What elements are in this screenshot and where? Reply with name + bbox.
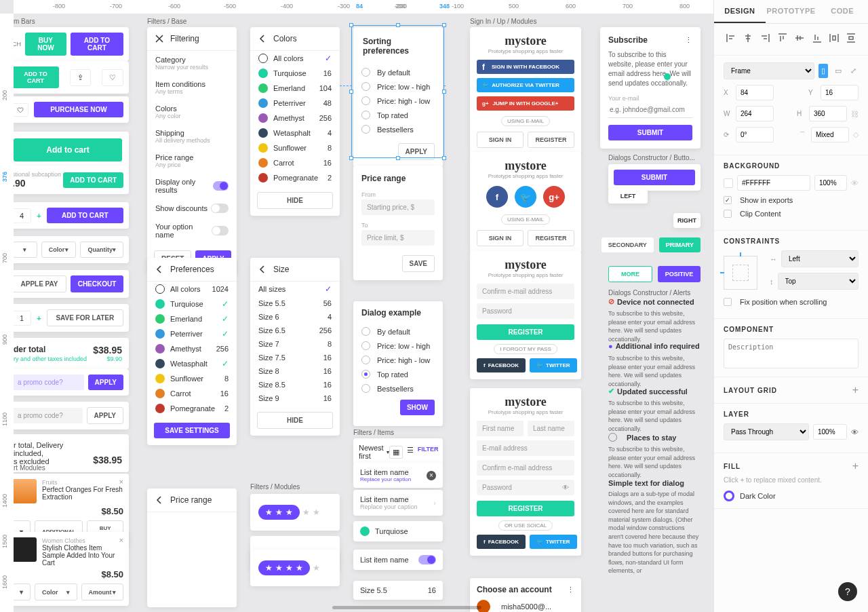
submit-button[interactable]: SUBMIT (614, 170, 695, 185)
confirm-email-input[interactable]: Confirm e-mail address (477, 284, 574, 299)
confirm-email-input[interactable]: Confirm e-mail address (477, 460, 574, 476)
google-signin-button[interactable]: g+JUMP IN WITH GOOGLE+ (477, 96, 574, 111)
facebook-button[interactable]: fFACEBOOK (477, 535, 526, 549)
lock-icon[interactable]: ⛓ (851, 110, 859, 118)
resize-to-fit-icon[interactable]: ⤢ (848, 64, 859, 77)
promo-input[interactable]: a promo code? (12, 375, 84, 390)
eye-icon[interactable]: 👁 (851, 428, 859, 436)
right-button[interactable]: RIGHT (673, 213, 701, 228)
close-icon[interactable] (155, 35, 163, 43)
toggle[interactable] (418, 555, 436, 565)
color-swatch[interactable] (724, 178, 733, 188)
twitter-button[interactable]: 🐦TWITTER (530, 535, 577, 549)
email-input[interactable] (608, 102, 692, 118)
plus-icon[interactable]: + (852, 460, 859, 472)
password-input[interactable]: Password (477, 303, 574, 319)
align-top-icon[interactable] (775, 31, 789, 45)
twitter-signin-button[interactable]: 🐦AUTHORIZE VIA TWITTER (477, 78, 574, 92)
color-select[interactable]: Color ▾ (35, 584, 77, 600)
close-icon[interactable]: × (427, 471, 436, 480)
close-icon[interactable]: × (119, 536, 123, 544)
w-input[interactable] (736, 106, 774, 121)
register-button[interactable]: REGISTER (477, 501, 574, 516)
heart-icon[interactable]: ♡ (102, 69, 123, 86)
constraints-widget[interactable] (724, 256, 757, 290)
align-hcenter-icon[interactable] (741, 31, 755, 45)
plus-icon[interactable]: + (37, 212, 41, 220)
save-settings-button[interactable]: SAVE SETTINGS (154, 423, 230, 438)
twitter-button[interactable]: 🐦TWITTER (530, 358, 577, 372)
left-button[interactable]: LEFT (608, 189, 648, 204)
add-to-cart-button[interactable]: ADD TO CART (47, 208, 123, 223)
color-select[interactable]: Color ▾ (41, 242, 77, 258)
fill-swatch-icon[interactable] (724, 491, 734, 501)
tab-design[interactable]: DESIGN (714, 0, 766, 23)
lastname-input[interactable]: Last name (528, 421, 574, 436)
frame-select[interactable]: Frame (724, 62, 814, 79)
align-left-icon[interactable] (724, 31, 738, 45)
facebook-signin-button[interactable]: fSIGN IN WITH FACEBOOK (477, 60, 574, 74)
close-icon[interactable]: × (119, 478, 123, 486)
signin-button[interactable]: SIGN IN (477, 230, 524, 246)
back-icon[interactable] (155, 265, 163, 273)
secondary-button[interactable]: SECONDARY (601, 237, 654, 252)
add-to-cart-button[interactable]: ADD TO CART (12, 66, 59, 88)
email-input[interactable]: E-mail address (477, 440, 574, 456)
from-input[interactable]: Starting price, $ (361, 199, 435, 215)
x-input[interactable] (736, 85, 774, 100)
layer-opacity-input[interactable] (813, 424, 847, 440)
filter-link[interactable]: FILTER (418, 446, 439, 459)
frame-landscape-icon[interactable]: ▭ (832, 64, 844, 78)
facebook-icon[interactable]: f (486, 186, 508, 208)
constraint-h-select[interactable]: Left (781, 250, 859, 267)
back-icon[interactable] (258, 35, 267, 43)
buy-now-button[interactable]: BUY NOW (25, 33, 66, 56)
hide-button[interactable]: HIDE (257, 412, 333, 429)
checkout-button[interactable]: CHECKOUT (71, 275, 123, 292)
quantity-select[interactable]: Quantity ▾ (80, 242, 123, 258)
twitter-icon[interactable]: 🐦 (515, 186, 536, 208)
more-icon[interactable]: ⋮ (567, 586, 574, 594)
newest-select[interactable]: Newest first ▾ (359, 444, 389, 460)
purchase-now-button[interactable]: PURCHASE NOW (34, 102, 123, 117)
register-button[interactable]: REGISTER (528, 132, 574, 148)
amount-select[interactable]: Amount ▾ (81, 584, 124, 600)
to-input[interactable]: Price limit, $ (361, 230, 435, 246)
bg-color-input[interactable] (737, 175, 810, 191)
show-button[interactable]: SHOW (400, 400, 435, 415)
password-input[interactable]: Password👁 (477, 480, 574, 495)
plus-icon[interactable]: + (37, 314, 41, 322)
grid-icon[interactable]: ▦ (389, 446, 403, 459)
promo-input[interactable]: a promo code? (12, 408, 83, 423)
facebook-button[interactable]: fFACEBOOK (477, 358, 526, 372)
toggle[interactable] (212, 226, 229, 235)
back-icon[interactable] (258, 265, 267, 273)
clip-content-checkbox[interactable] (724, 210, 732, 218)
tab-prototype[interactable]: PROTOTYPE (766, 0, 817, 23)
show-exports-checkbox[interactable] (724, 196, 732, 204)
add-to-cart-big-button[interactable]: Add to cart (14, 138, 122, 161)
component-description[interactable] (724, 339, 859, 368)
toggle[interactable] (211, 204, 229, 213)
apple-pay-button[interactable]: APPLE PAY (12, 275, 66, 292)
distribute-v-icon[interactable] (844, 31, 859, 45)
horizontal-scrollbar[interactable] (332, 606, 481, 609)
plus-icon[interactable]: + (852, 384, 859, 396)
h-input[interactable] (809, 106, 847, 121)
y-input[interactable] (821, 85, 859, 100)
more-button[interactable]: MORE (608, 266, 652, 282)
fix-position-checkbox[interactable] (724, 298, 732, 306)
hide-button[interactable]: HIDE (257, 192, 333, 209)
add-to-cart-button[interactable]: ADD TO CART (63, 172, 123, 188)
list-icon[interactable]: ☰ (407, 446, 414, 459)
rating-pill[interactable]: ★★★ (258, 505, 300, 520)
eye-icon[interactable]: 👁 (851, 179, 859, 187)
radius-input[interactable] (811, 127, 849, 142)
toggle[interactable] (213, 181, 229, 191)
help-button[interactable]: ? (838, 582, 857, 601)
share-icon[interactable]: ⇪ (70, 69, 91, 86)
add-to-cart-button[interactable]: ADD TO CART (71, 33, 123, 56)
align-bottom-icon[interactable] (810, 31, 824, 45)
distribute-h-icon[interactable] (827, 31, 841, 45)
rating-pill[interactable]: ★★★★ (258, 560, 310, 575)
